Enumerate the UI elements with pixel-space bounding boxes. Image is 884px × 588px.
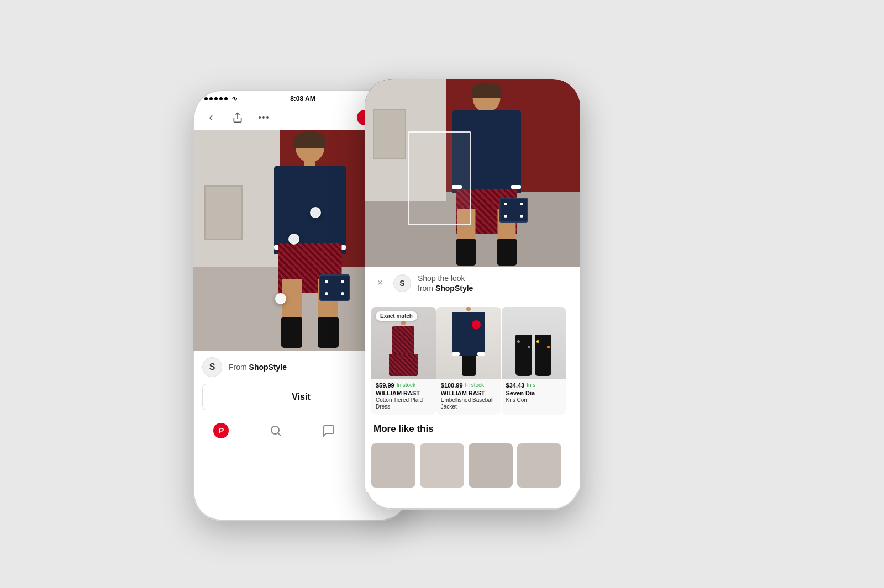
shop-header: × S Shop the look from ShopStyle	[365, 267, 580, 300]
product-card-1[interactable]: Exact match $59.99	[371, 307, 436, 415]
close-button[interactable]: ×	[373, 277, 387, 289]
hair-right	[472, 83, 502, 98]
boots-illustration	[515, 307, 551, 379]
shop-logo-text: S	[399, 279, 404, 288]
shop-from-text: from	[418, 284, 433, 293]
tab-search[interactable]	[269, 424, 282, 437]
from-text: From	[229, 363, 247, 372]
stud4	[547, 346, 550, 348]
hotspot-1[interactable]	[310, 207, 321, 218]
boot-l	[456, 239, 476, 266]
product-stock-3: In s	[527, 382, 535, 388]
jacket	[274, 166, 346, 254]
product-stock-2: In stock	[465, 382, 484, 388]
search-icon	[269, 424, 282, 437]
head-right	[473, 84, 501, 112]
product-name-2: Embellished Baseball Jacket	[441, 397, 497, 410]
shop-panel: × S Shop the look from ShopStyle	[365, 267, 580, 492]
right-phone-content: × S Shop the look from ShopStyle	[365, 79, 580, 510]
dot	[341, 292, 344, 295]
product-price-1: $59.99	[376, 382, 394, 389]
exact-match-text: Exact match	[380, 313, 413, 319]
hotspot-3[interactable]	[275, 293, 286, 304]
product-price-row-2: $100.99 In stock	[441, 382, 497, 389]
bg-window	[204, 185, 243, 240]
tab-messages[interactable]	[322, 424, 335, 437]
source-info: From ShopStyle	[229, 363, 287, 372]
signal-dot-4	[219, 97, 223, 100]
product-name-3: Kris Com	[506, 397, 562, 404]
photo-top-right	[365, 79, 580, 267]
stud2	[528, 346, 530, 348]
product-info-1: $59.99 In stock WILLIAM RAST Cotton Tier…	[371, 379, 436, 415]
j-stripe-r	[477, 352, 485, 356]
products-row: Exact match $59.99	[365, 300, 580, 421]
boot-right	[318, 317, 339, 348]
product-img-3	[502, 307, 566, 379]
shop-the-look-text: Shop the look	[418, 274, 465, 283]
pinterest-icon: P	[213, 423, 229, 438]
product-img-2	[436, 307, 501, 379]
more-thumb-3[interactable]	[469, 443, 513, 488]
more-like-title: More like this	[373, 423, 571, 435]
more-thumb-1[interactable]	[371, 443, 415, 488]
bag	[319, 274, 350, 301]
jacket-illustration	[452, 307, 485, 379]
person-figure	[266, 133, 354, 351]
shop-name: ShopStyle	[435, 284, 473, 293]
window-right	[373, 109, 406, 159]
dot	[325, 292, 328, 295]
dress-skirt	[389, 354, 418, 376]
product-name-1: Cotton Tiered Plaid Dress	[376, 397, 432, 410]
product-card-3[interactable]: $34.43 In s Seven Dia Kris Com	[502, 307, 566, 415]
dot-r3	[504, 215, 507, 218]
stripe-right	[511, 185, 521, 189]
hotspot-2[interactable]	[288, 234, 299, 245]
jacket-body	[452, 312, 485, 356]
jacket-pants	[462, 356, 476, 376]
signal-indicators: ∿	[204, 94, 238, 103]
jacket-head	[466, 307, 471, 311]
share-button[interactable]	[229, 109, 246, 126]
bag-right	[499, 198, 528, 223]
more-thumbs-row	[365, 439, 580, 492]
dot-r2	[520, 203, 523, 205]
stud1	[517, 340, 520, 343]
message-icon	[322, 424, 335, 437]
product-price-row: $59.99 In stock	[376, 382, 432, 389]
boot-right-prod	[535, 335, 551, 376]
signal-dot-1	[204, 97, 208, 100]
selection-overlay	[408, 131, 471, 225]
status-time: 8:08 AM	[290, 95, 315, 103]
tab-home[interactable]: P	[213, 423, 229, 438]
product-img-1: Exact match	[371, 307, 436, 379]
wifi-icon: ∿	[231, 94, 238, 103]
signal-dot-5	[224, 97, 228, 100]
head	[296, 134, 324, 162]
more-button[interactable]: •••	[255, 109, 273, 126]
dot-r4	[520, 215, 523, 218]
product-info-2: $100.99 In stock WILLIAM RAST Embellishe…	[436, 379, 501, 415]
product-price-2: $100.99	[441, 382, 463, 389]
boots-pair	[515, 335, 551, 376]
stud3	[536, 340, 539, 343]
source-logo-text: S	[209, 362, 215, 372]
product-brand-3: Seven Dia	[506, 390, 562, 397]
share-icon	[232, 112, 243, 123]
boot-left	[281, 317, 302, 348]
boot-r	[497, 239, 517, 266]
product-brand-2: WILLIAM RAST	[441, 390, 497, 397]
back-button[interactable]: ‹	[202, 109, 220, 126]
dot	[325, 280, 328, 283]
j-stripe-l	[452, 352, 460, 356]
product-brand-1: WILLIAM RAST	[376, 390, 432, 397]
dot	[341, 280, 344, 283]
more-thumb-4[interactable]	[517, 443, 561, 488]
product-price-3: $34.43	[506, 382, 525, 389]
boot-left-prod	[515, 335, 532, 376]
exact-match-badge: Exact match	[376, 311, 417, 321]
more-thumb-2[interactable]	[420, 443, 464, 488]
product-stock-1: In stock	[397, 382, 415, 388]
product-card-2[interactable]: $100.99 In stock WILLIAM RAST Embellishe…	[436, 307, 501, 415]
product-price-row-3: $34.43 In s	[506, 382, 562, 389]
